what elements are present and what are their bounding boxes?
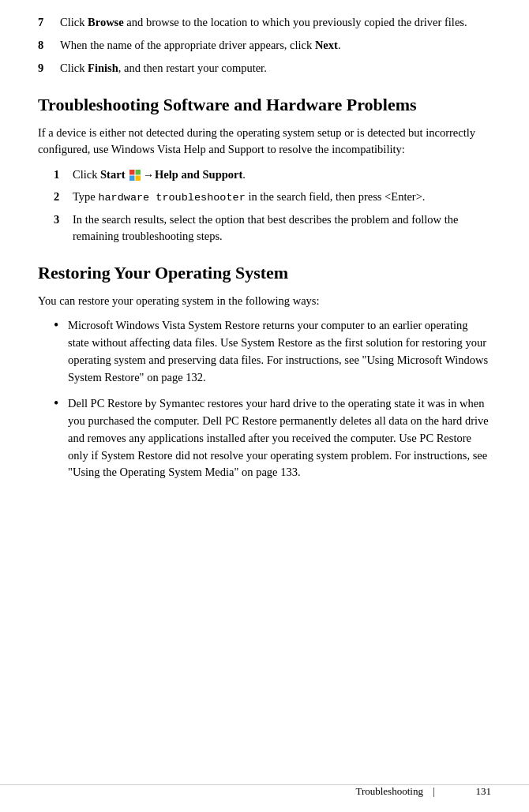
svg-rect-2 — [129, 175, 135, 181]
section1-step-2-num: 2 — [54, 189, 73, 206]
footer-divider: | — [433, 785, 435, 798]
step-7-browse: Browse — [88, 16, 124, 28]
step-9-content: Click Finish, and then restart your comp… — [60, 60, 491, 77]
step-8: 8 When the name of the appropriate drive… — [38, 37, 491, 54]
step-7-num: 7 — [38, 14, 60, 31]
section2-bullets: • Microsoft Windows Vista System Restore… — [38, 317, 491, 481]
bullet-1-content: Microsoft Windows Vista System Restore r… — [68, 317, 491, 386]
section1-step-3: 3 In the search results, select the opti… — [38, 211, 491, 245]
step-9: 9 Click Finish, and then restart your co… — [38, 60, 491, 77]
section1-intro: If a device is either not detected durin… — [38, 125, 491, 159]
page-footer: Troubleshooting | 131 — [0, 784, 529, 798]
bullet-dot-2: • — [54, 395, 68, 481]
section1-step-3-num: 3 — [54, 211, 73, 245]
bullet-1: • Microsoft Windows Vista System Restore… — [54, 317, 491, 386]
bullet-dot-1: • — [54, 317, 68, 386]
step-8-content: When the name of the appropriate driver … — [60, 37, 491, 54]
section1-step-2: 2 Type hardware troubleshooter in the se… — [38, 189, 491, 206]
svg-rect-1 — [136, 170, 141, 175]
arrow-icon: → — [143, 169, 154, 181]
windows-start-icon — [129, 169, 141, 181]
step-8-num: 8 — [38, 37, 60, 54]
step-7: 7 Click Browse and browse to the locatio… — [38, 14, 491, 31]
footer-troubleshooting-label: Troubleshooting — [355, 785, 422, 798]
click-start-label: Start — [100, 168, 125, 181]
help-support-label: Help and Support — [155, 168, 242, 181]
section1-step-1: 1 Click Start →Help and Support. — [38, 167, 491, 183]
svg-rect-3 — [136, 175, 141, 181]
step-9-finish: Finish — [88, 62, 118, 74]
bullet-2-content: Dell PC Restore by Symantec restores you… — [68, 395, 491, 481]
section1-steps: 1 Click Start →Help and Support. 2 Type … — [38, 167, 491, 245]
section1-step-2-content: Type hardware troubleshooter in the sear… — [73, 189, 491, 206]
code-hardware-troubleshooter: hardware troubleshooter — [98, 192, 245, 204]
svg-rect-0 — [129, 170, 135, 175]
section1-step-3-content: In the search results, select the option… — [73, 211, 491, 245]
section2-heading: Restoring Your Operating System — [38, 262, 491, 285]
section1-step-1-num: 1 — [54, 167, 73, 183]
section1-step-1-content: Click Start →Help and Support. — [73, 167, 491, 183]
bullet-2: • Dell PC Restore by Symantec restores y… — [54, 395, 491, 481]
section1-heading: Troubleshooting Software and Hardware Pr… — [38, 94, 491, 117]
footer-page-number: 131 — [476, 785, 492, 798]
top-steps: 7 Click Browse and browse to the locatio… — [38, 14, 491, 77]
page-content: 7 Click Browse and browse to the locatio… — [0, 0, 529, 538]
step-8-next: Next — [315, 39, 338, 51]
step-7-content: Click Browse and browse to the location … — [60, 14, 491, 31]
step-9-num: 9 — [38, 60, 60, 77]
section2-intro: You can restore your operating system in… — [38, 293, 491, 310]
